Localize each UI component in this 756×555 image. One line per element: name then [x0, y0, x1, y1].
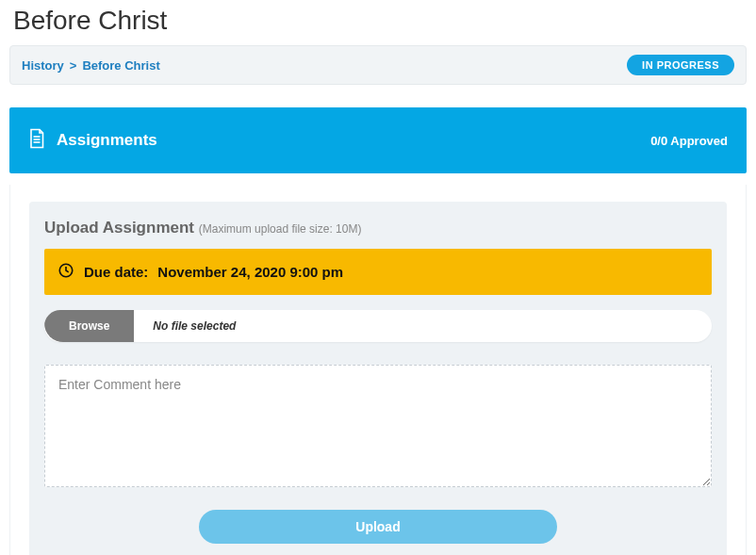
breadcrumb-root-link[interactable]: History [22, 58, 64, 73]
status-badge: IN PROGRESS [627, 55, 734, 75]
assignments-approved-count: 0/0 Approved [650, 134, 728, 148]
upload-heading-text: Upload Assignment [44, 219, 194, 237]
due-date-banner: Due date: November 24, 2020 9:00 pm [44, 249, 712, 295]
due-date-label: Due date: [84, 264, 148, 280]
browse-button[interactable]: Browse [44, 310, 134, 342]
upload-button[interactable]: Upload [199, 510, 557, 544]
clock-icon [58, 262, 74, 282]
upload-heading: Upload Assignment (Maximum upload file s… [44, 219, 712, 237]
breadcrumb: History > Before Christ [22, 58, 160, 73]
assignments-title: Assignments [57, 131, 157, 150]
assignment-card: Upload Assignment (Maximum upload file s… [9, 185, 747, 555]
breadcrumb-bar: History > Before Christ IN PROGRESS [9, 45, 747, 85]
document-icon [28, 128, 45, 153]
upload-size-note: (Maximum upload file size: 10M) [199, 222, 362, 236]
comment-textarea[interactable] [44, 365, 712, 487]
page-title: Before Christ [0, 0, 756, 45]
assignments-header: Assignments 0/0 Approved [9, 107, 747, 173]
file-selected-status: No file selected [134, 310, 712, 342]
due-date-value: November 24, 2020 9:00 pm [157, 264, 343, 280]
breadcrumb-separator: > [70, 58, 77, 73]
breadcrumb-current-link[interactable]: Before Christ [82, 58, 159, 73]
file-chooser-row: Browse No file selected [44, 310, 712, 342]
